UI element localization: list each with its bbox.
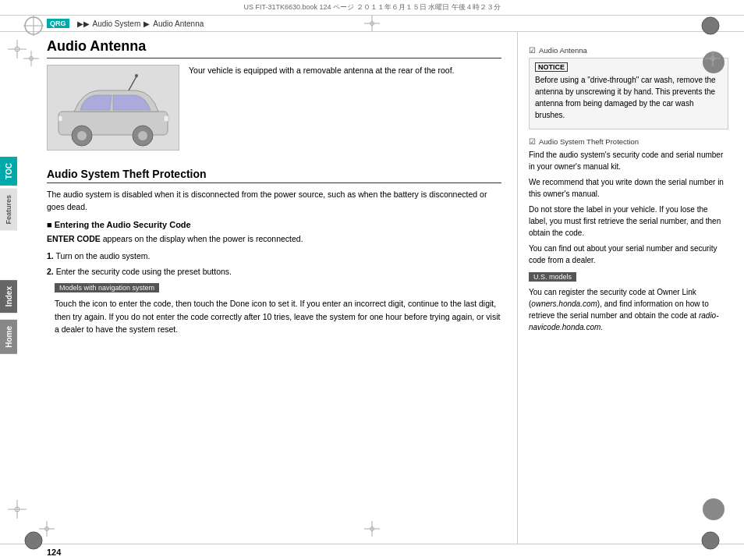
notice-box: NOTICE Before using a "drive-through" ca… [529, 58, 728, 129]
notice-text: Before using a "drive-through" car wash,… [535, 74, 722, 121]
step1: 1. Turn on the audio system. [47, 250, 501, 262]
enter-code-line: ENTER CODE appears on the display when t… [47, 232, 501, 245]
footer: 124 [0, 544, 744, 560]
section1-title: Audio Antenna [47, 38, 501, 58]
us-models-badge: U.S. models [529, 272, 576, 282]
circle-bl2 [23, 530, 44, 552]
right-content: Audio Antenna NOTICE Before using a "dri… [518, 32, 744, 544]
intro-text: Your vehicle is equipped with a removabl… [189, 65, 501, 77]
page-wrapper: US FIT-31TK6630.book 124 ページ ２０１１年６月１５日 … [0, 0, 744, 560]
breadcrumb-arrow2: ▶ [143, 19, 150, 28]
circle-br [703, 498, 725, 520]
right-para4: You can find out about your serial numbe… [529, 243, 728, 266]
nav-badge: Models with navigation system [55, 283, 159, 292]
crosshair-main-bc [364, 521, 380, 538]
svg-point-33 [702, 532, 719, 549]
circle-tl [23, 16, 44, 37]
index-label: Index [5, 286, 13, 307]
nav-text: Touch the icon to enter the code, then t… [55, 297, 501, 335]
crosshair-bl [8, 500, 27, 520]
right-para2: We recommend that you write down the ser… [529, 176, 728, 200]
right-section2-label: Audio System Theft Protection [529, 137, 728, 146]
main-content: TOC Features Index Home Audio Antenna [0, 32, 744, 544]
section1-body: Your vehicle is equipped with a removabl… [47, 65, 501, 158]
step2: 2. Enter the security code using the pre… [47, 265, 501, 278]
notice-label: NOTICE [535, 62, 568, 72]
index-tab[interactable]: Index [0, 280, 17, 313]
breadcrumb-item2: Audio Antenna [153, 19, 204, 28]
step2-num: 2. [47, 267, 54, 276]
home-label: Home [5, 326, 13, 348]
step1-text: Turn on the audio system. [56, 251, 151, 261]
crosshair-top-center [364, 16, 380, 33]
body-text-1: The audio system is disabled when it is … [47, 188, 501, 214]
toc-label: TOC [5, 163, 13, 179]
right-section1-label-text: Audio Antenna [539, 46, 587, 55]
svg-point-12 [135, 74, 138, 77]
step1-num: 1. [47, 251, 54, 261]
left-content: Audio Antenna [39, 32, 518, 544]
toc-tab[interactable]: TOC [0, 157, 17, 186]
step2-text: Enter the security code using the preset… [56, 267, 232, 276]
svg-point-10 [138, 131, 147, 140]
header-strip: US FIT-31TK6630.book 124 ページ ２０１１年６月１５日 … [0, 0, 744, 16]
right-para1: Find the audio system's security code an… [529, 149, 728, 172]
svg-rect-13 [164, 115, 168, 122]
file-info: US FIT-31TK6630.book 124 ページ ２０１１年６月１５日 … [243, 3, 500, 11]
left-sidebar: TOC Features Index Home [0, 32, 39, 544]
page-number: 124 [47, 548, 61, 557]
home-tab[interactable]: Home [0, 320, 17, 354]
crosshair-main-tr [705, 51, 721, 68]
url2: radio-navicode.honda.com [529, 311, 719, 331]
features-tab[interactable]: Features [0, 189, 17, 231]
crosshair-main-tl [23, 51, 39, 68]
circle-br2 [700, 530, 721, 552]
entering-heading: Entering the Audio Security Code [47, 220, 501, 229]
qrg-badge[interactable]: QRG [47, 19, 69, 28]
us-models-badge-container: U.S. models [529, 270, 728, 284]
url1: owners.honda.com [531, 299, 597, 308]
section2-title: Audio System Theft Protection [47, 168, 501, 183]
breadcrumb-arrow1: ▶▶ [77, 19, 90, 28]
svg-point-34 [25, 532, 42, 549]
features-label: Features [5, 195, 12, 225]
enter-code-suffix: appears on the display when the power is… [101, 234, 303, 243]
circle-tr2 [700, 16, 721, 37]
right-section1-label: Audio Antenna [529, 46, 728, 55]
right-para3: Do not store the label in your vehicle. … [529, 204, 728, 239]
svg-point-8 [77, 131, 87, 140]
right-section2-label-text: Audio System Theft Protection [539, 137, 639, 146]
nav-badge-container: Models with navigation system [55, 281, 501, 295]
breadcrumb-item1: Audio System [93, 19, 141, 28]
us-models-text: You can register the security code at Ow… [529, 286, 728, 333]
svg-line-11 [129, 76, 136, 90]
enter-code-text: ENTER CODE [47, 234, 101, 243]
svg-point-35 [702, 17, 719, 34]
svg-rect-14 [58, 115, 62, 122]
car-image [47, 65, 179, 151]
